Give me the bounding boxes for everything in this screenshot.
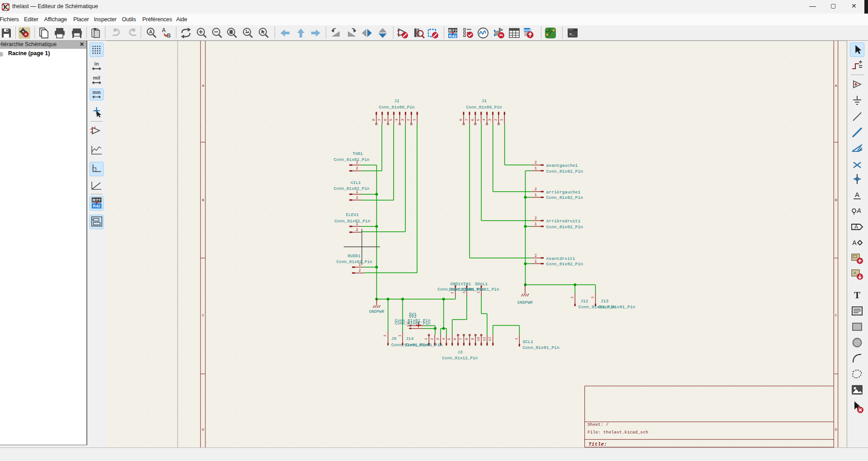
- svg-text:Conn_01x02_Pin: Conn_01x02_Pin: [337, 260, 372, 264]
- svg-text:Conn_01x01_Pin: Conn_01x01_Pin: [522, 345, 560, 350]
- svg-text:Conn_01x01_Pin: Conn_01x01_Pin: [464, 287, 499, 292]
- svg-text:9: 9: [470, 338, 474, 340]
- svg-text:A: A: [852, 239, 857, 246]
- svg-text:mil: mil: [93, 75, 100, 80]
- svg-text:Avantdroit1: Avantdroit1: [546, 256, 575, 261]
- svg-text:SDAL1: SDAL1: [475, 282, 488, 287]
- svg-text:ELEV1: ELEV1: [346, 213, 359, 217]
- svg-text:1: 1: [535, 166, 537, 171]
- svg-text:R42: R42: [93, 204, 100, 208]
- svg-text:2: 2: [535, 187, 537, 192]
- svg-text:Conn_01x02_Pin: Conn_01x02_Pin: [546, 195, 583, 200]
- svg-text:C: C: [835, 313, 837, 317]
- svg-text:11: 11: [482, 337, 486, 341]
- svg-text:4: 4: [482, 118, 486, 121]
- svg-text:J12: J12: [580, 299, 588, 304]
- svg-text:8: 8: [371, 118, 375, 121]
- svg-text:7: 7: [459, 338, 463, 340]
- svg-text:3: 3: [488, 118, 492, 121]
- svg-text:A: A: [855, 191, 859, 198]
- svg-text:GNDPWR: GNDPWR: [369, 310, 384, 314]
- svg-text:1: 1: [535, 259, 537, 264]
- svg-text:1: 1: [412, 118, 416, 121]
- svg-text:B: B: [167, 33, 171, 39]
- svg-text:RUDD1: RUDD1: [348, 254, 360, 259]
- svg-text:J9: J9: [391, 336, 397, 341]
- svg-text:File: thelast.kicad_sch: File: thelast.kicad_sch: [588, 430, 648, 435]
- svg-text:4: 4: [394, 118, 398, 121]
- svg-text:1: 1: [499, 118, 503, 121]
- svg-text:1: 1: [383, 334, 387, 337]
- svg-text:7: 7: [377, 118, 381, 121]
- svg-text:8: 8: [465, 338, 469, 340]
- svg-text:5: 5: [476, 118, 480, 121]
- svg-text:2: 2: [493, 118, 498, 121]
- svg-text:2: 2: [430, 338, 434, 340]
- svg-text:J14: J14: [406, 336, 414, 341]
- svg-text:2: 2: [356, 166, 358, 171]
- svg-text:Conn_01x02_Pin: Conn_01x02_Pin: [334, 219, 370, 224]
- svg-text:avantgauche1: avantgauche1: [546, 163, 578, 168]
- svg-text:>_: >_: [569, 32, 574, 36]
- svg-text:2: 2: [535, 254, 537, 258]
- svg-text:A: A: [149, 29, 152, 34]
- svg-text:in: in: [95, 61, 99, 66]
- svg-text:Conn_01x02_Pin: Conn_01x02_Pin: [334, 187, 370, 191]
- svg-text:2: 2: [535, 216, 537, 221]
- svg-text:5: 5: [389, 118, 393, 121]
- svg-text:J3: J3: [457, 350, 462, 355]
- svg-text:A: A: [854, 224, 858, 230]
- svg-text:Arrièredroit1: Arrièredroit1: [546, 219, 581, 224]
- svg-text:5: 5: [447, 338, 451, 340]
- svg-text:Conn_01x02_Pin: Conn_01x02_Pin: [334, 158, 370, 162]
- svg-text:1: 1: [570, 296, 574, 298]
- svg-text:A: A: [856, 207, 861, 214]
- svg-text:1: 1: [514, 338, 518, 340]
- svg-text:A: A: [835, 84, 837, 88]
- svg-text:Conn_01x02_Pin: Conn_01x02_Pin: [546, 169, 583, 174]
- svg-text:J2: J2: [394, 99, 399, 103]
- svg-text:A: A: [202, 84, 204, 88]
- svg-text:6: 6: [470, 118, 474, 121]
- svg-text:Conn_01x01_Pin: Conn_01x01_Pin: [395, 321, 431, 326]
- svg-text:1: 1: [406, 325, 410, 327]
- svg-text:Conn_01x01_Pin: Conn_01x01_Pin: [598, 305, 636, 310]
- svg-text:mm: mm: [92, 90, 100, 95]
- svg-text:R??: R??: [449, 28, 457, 33]
- svg-text:2: 2: [356, 228, 358, 232]
- svg-text:A: A: [854, 271, 856, 275]
- svg-text:1: 1: [535, 193, 537, 198]
- svg-text:7: 7: [465, 118, 469, 121]
- svg-text:Conn_01x12_Pin: Conn_01x12_Pin: [442, 356, 478, 361]
- svg-text:B: B: [835, 198, 837, 202]
- svg-text:D: D: [835, 428, 837, 432]
- svg-text:A: A: [162, 27, 166, 33]
- svg-text:Sheet: /: Sheet: /: [588, 422, 609, 427]
- svg-text:J1: J1: [481, 99, 486, 103]
- svg-text:3: 3: [436, 338, 440, 340]
- svg-text:Conn_01x02_Pin: Conn_01x02_Pin: [546, 225, 583, 230]
- svg-text:Title:: Title:: [588, 442, 607, 447]
- svg-text:J13: J13: [601, 299, 609, 304]
- svg-text:D: D: [202, 428, 204, 432]
- svg-text:GNDPWR: GNDPWR: [517, 301, 533, 305]
- svg-text:SCL1: SCL1: [522, 339, 533, 344]
- svg-text:AIL1: AIL1: [351, 181, 361, 185]
- svg-text:12: 12: [488, 337, 492, 341]
- svg-text:1: 1: [406, 322, 410, 324]
- svg-text:Conn_01x02_Pin: Conn_01x02_Pin: [546, 262, 583, 267]
- svg-text:B: B: [202, 198, 204, 202]
- svg-text:1: 1: [590, 296, 594, 298]
- svg-text:T: T: [854, 290, 860, 301]
- svg-text:10: 10: [476, 337, 480, 341]
- svg-text:THR1: THR1: [353, 152, 363, 156]
- svg-text:R??: R??: [92, 198, 100, 202]
- svg-text:1: 1: [535, 222, 537, 226]
- svg-text:5V2: 5V2: [409, 315, 417, 319]
- svg-text:arrièrgauche1: arrièrgauche1: [546, 190, 581, 195]
- svg-text:2: 2: [359, 268, 361, 273]
- svg-text:GND1: GND1: [450, 282, 460, 287]
- svg-text:8: 8: [459, 118, 463, 121]
- svg-text:Conn_01x08_Pin: Conn_01x08_Pin: [466, 105, 502, 110]
- svg-text:VIN1: VIN1: [461, 282, 471, 287]
